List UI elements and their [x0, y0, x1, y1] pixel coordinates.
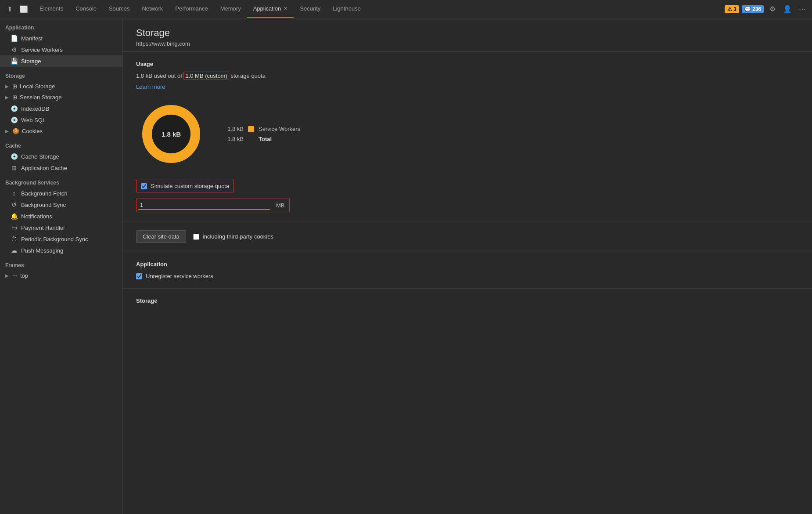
tab-lighthouse[interactable]: Lighthouse [327, 0, 367, 18]
warn-badge[interactable]: ⚠ 3 [725, 5, 739, 13]
third-party-row: including third-party cookies [193, 233, 273, 240]
unregister-sw-checkbox[interactable] [136, 273, 142, 279]
topbar-left-icons: ⬆ ⬜ [4, 3, 30, 15]
sidebar-section-storage: Storage [0, 67, 122, 81]
info-icon: 💬 [744, 6, 751, 12]
local-storage-icon: ⊞ [12, 83, 17, 90]
page-title: Storage [136, 27, 799, 39]
sidebar-item-service-workers[interactable]: ⚙ Service Workers [0, 44, 122, 55]
arrow-icon: ▶ [5, 129, 10, 134]
sidebar-item-manifest[interactable]: 📄 Manifest [0, 33, 122, 44]
frame-icon: ▭ [12, 272, 18, 279]
sidebar-item-periodic-bg-sync[interactable]: ⏱ Periodic Background Sync [0, 233, 122, 245]
simulate-checkbox-text: Simulate custom storage quota [151, 183, 229, 189]
topbar-right: ⚠ 3 💬 236 ⚙ 👤 ⋯ [725, 3, 808, 15]
custom-quota-highlight: 1.0 MB (custom) [183, 72, 229, 80]
legend-row-total: 1.8 kB Total [224, 136, 300, 142]
sidebar-item-storage[interactable]: 💾 Storage [0, 55, 122, 67]
sidebar-item-top-frame[interactable]: ▶ ▭ top [0, 270, 122, 281]
sidebar-item-notifications[interactable]: 🔔 Notifications [0, 210, 122, 222]
chart-row: 1.8 kB 1.8 kB Service Workers 1.8 kB Tot… [136, 99, 799, 169]
periodic-bg-sync-icon: ⏱ [11, 235, 18, 243]
simulate-checkbox-area: Simulate custom storage quota [136, 180, 799, 192]
quota-input[interactable] [138, 201, 270, 210]
content-header: Storage https://www.bing.com [123, 18, 812, 52]
storage-icon: 💾 [11, 58, 18, 65]
service-workers-icon: ⚙ [11, 46, 18, 53]
sidebar-item-cookies[interactable]: ▶ 🍪 Cookies [0, 126, 122, 137]
cookies-icon: 🍪 [12, 128, 19, 134]
settings-icon[interactable]: ⚙ [766, 3, 779, 15]
learn-more-link[interactable]: Learn more [136, 83, 799, 90]
payment-handler-icon: ▭ [11, 224, 18, 231]
tab-memory[interactable]: Memory [214, 0, 247, 18]
tab-close-icon[interactable]: ✕ [284, 6, 287, 11]
cursor-icon[interactable]: ⬆ [4, 3, 16, 15]
background-fetch-icon: ↕ [11, 190, 18, 197]
legend-name-sw: Service Workers [259, 126, 300, 132]
clear-section: Clear site data including third-party co… [123, 221, 812, 252]
web-sql-icon: 💿 [11, 116, 18, 123]
sidebar-item-session-storage[interactable]: ▶ ⊞ Session Storage [0, 92, 122, 103]
page-url: https://www.bing.com [136, 40, 799, 47]
sidebar-item-payment-handler[interactable]: ▭ Payment Handler [0, 222, 122, 233]
tab-elements[interactable]: Elements [33, 0, 69, 18]
tab-application[interactable]: Application ✕ [247, 0, 294, 18]
third-party-label: including third-party cookies [203, 233, 273, 240]
sidebar-item-background-fetch[interactable]: ↕ Background Fetch [0, 188, 122, 199]
more-icon[interactable]: ⋯ [796, 3, 808, 15]
legend-dot-sw [248, 126, 254, 132]
sidebar-section-application: Application [0, 18, 122, 33]
donut-label: 1.8 kB [162, 130, 181, 138]
legend-value-total: 1.8 kB [224, 136, 244, 142]
topbar: ⬆ ⬜ Elements Console Sources Network Per… [0, 0, 812, 18]
sidebar-item-push-messaging[interactable]: ☁ Push Messaging [0, 245, 122, 256]
arrow-icon: ▶ [5, 84, 10, 89]
unregister-sw-label: Unregister service workers [146, 273, 213, 279]
indexeddb-icon: 💿 [11, 105, 18, 112]
tab-console[interactable]: Console [69, 0, 103, 18]
usage-section: Usage 1.8 kB used out of 1.0 MB (custom)… [123, 52, 812, 221]
legend-value-sw: 1.8 kB [224, 126, 244, 132]
main: Application 📄 Manifest ⚙ Service Workers… [0, 18, 812, 514]
tab-security[interactable]: Security [294, 0, 327, 18]
storage-bottom-title: Storage [136, 297, 799, 304]
tab-performance[interactable]: Performance [169, 0, 214, 18]
tab-sources[interactable]: Sources [103, 0, 136, 18]
sidebar-item-cache-storage[interactable]: 💿 Cache Storage [0, 151, 122, 162]
background-sync-icon: ↺ [11, 201, 18, 208]
chart-legend: 1.8 kB Service Workers 1.8 kB Total [224, 126, 300, 142]
sidebar-section-background: Background Services [0, 174, 122, 188]
sidebar-section-cache: Cache [0, 137, 122, 151]
info-badge[interactable]: 💬 236 [742, 5, 764, 13]
tab-network[interactable]: Network [136, 0, 169, 18]
legend-row-service-workers: 1.8 kB Service Workers [224, 126, 300, 132]
warn-icon: ⚠ [727, 6, 732, 12]
sidebar-item-background-sync[interactable]: ↺ Background Sync [0, 199, 122, 210]
device-icon[interactable]: ⬜ [18, 3, 30, 15]
content-area: Storage https://www.bing.com Usage 1.8 k… [123, 18, 812, 514]
clear-site-data-button[interactable]: Clear site data [136, 230, 186, 243]
simulate-checkbox[interactable] [141, 183, 147, 189]
cache-storage-icon: 💿 [11, 153, 18, 160]
tab-list: Elements Console Sources Network Perform… [33, 0, 725, 18]
notifications-icon: 🔔 [11, 213, 18, 220]
sidebar-item-web-sql[interactable]: 💿 Web SQL [0, 114, 122, 126]
manifest-icon: 📄 [11, 35, 18, 42]
quota-input-row: MB [136, 199, 290, 212]
usage-description: 1.8 kB used out of 1.0 MB (custom) stora… [136, 72, 799, 79]
third-party-checkbox[interactable] [193, 234, 199, 240]
storage-bottom-section: Storage [123, 289, 812, 313]
application-cache-icon: ⊞ [11, 164, 18, 171]
arrow-icon: ▶ [5, 95, 10, 100]
session-storage-icon: ⊞ [12, 94, 17, 101]
sidebar-item-indexeddb[interactable]: 💿 IndexedDB [0, 103, 122, 114]
quota-unit-label: MB [273, 202, 287, 209]
arrow-icon: ▶ [5, 273, 10, 278]
simulate-checkbox-label[interactable]: Simulate custom storage quota [136, 180, 234, 192]
sidebar-item-local-storage[interactable]: ▶ ⊞ Local Storage [0, 81, 122, 92]
usage-section-title: Usage [136, 61, 799, 67]
sidebar-item-application-cache[interactable]: ⊞ Application Cache [0, 162, 122, 174]
sidebar-section-frames: Frames [0, 256, 122, 270]
user-icon[interactable]: 👤 [781, 3, 794, 15]
